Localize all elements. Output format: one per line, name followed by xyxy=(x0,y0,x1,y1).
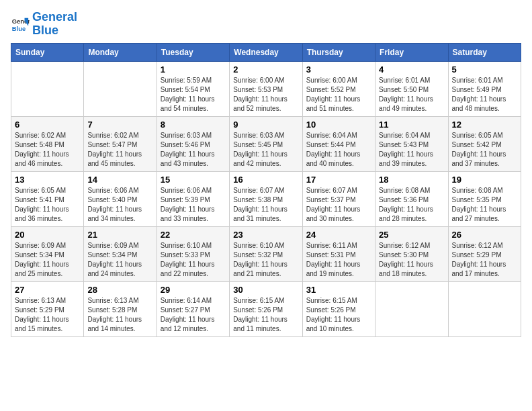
calendar-cell: 19Sunrise: 6:08 AM Sunset: 5:35 PM Dayli… xyxy=(448,171,521,226)
day-info: Sunrise: 6:15 AM Sunset: 5:26 PM Dayligh… xyxy=(233,296,298,334)
day-info: Sunrise: 6:14 AM Sunset: 5:27 PM Dayligh… xyxy=(161,296,226,334)
day-info: Sunrise: 6:03 AM Sunset: 5:46 PM Dayligh… xyxy=(161,131,226,169)
day-number: 6 xyxy=(15,120,80,130)
calendar-cell: 20Sunrise: 6:09 AM Sunset: 5:34 PM Dayli… xyxy=(11,226,84,281)
day-number: 31 xyxy=(306,285,371,295)
day-number: 21 xyxy=(87,230,152,240)
calendar-cell: 28Sunrise: 6:13 AM Sunset: 5:28 PM Dayli… xyxy=(84,281,157,336)
day-number: 11 xyxy=(379,120,444,130)
calendar-cell: 27Sunrise: 6:13 AM Sunset: 5:29 PM Dayli… xyxy=(11,281,84,336)
calendar-cell: 4Sunrise: 6:01 AM Sunset: 5:50 PM Daylig… xyxy=(375,61,448,116)
calendar-cell: 9Sunrise: 6:03 AM Sunset: 5:45 PM Daylig… xyxy=(230,116,302,171)
day-number: 17 xyxy=(306,175,371,185)
day-info: Sunrise: 6:13 AM Sunset: 5:29 PM Dayligh… xyxy=(15,296,80,334)
calendar-cell: 24Sunrise: 6:11 AM Sunset: 5:31 PM Dayli… xyxy=(302,226,375,281)
day-info: Sunrise: 6:09 AM Sunset: 5:34 PM Dayligh… xyxy=(87,241,152,279)
calendar-cell: 22Sunrise: 6:10 AM Sunset: 5:33 PM Dayli… xyxy=(157,226,229,281)
calendar-cell: 18Sunrise: 6:08 AM Sunset: 5:36 PM Dayli… xyxy=(375,171,448,226)
calendar-cell: 10Sunrise: 6:04 AM Sunset: 5:44 PM Dayli… xyxy=(302,116,375,171)
day-number: 25 xyxy=(379,230,444,240)
day-info: Sunrise: 6:10 AM Sunset: 5:33 PM Dayligh… xyxy=(161,241,226,279)
calendar-cell: 13Sunrise: 6:05 AM Sunset: 5:41 PM Dayli… xyxy=(11,171,84,226)
calendar-cell: 14Sunrise: 6:06 AM Sunset: 5:40 PM Dayli… xyxy=(84,171,157,226)
day-number: 10 xyxy=(306,120,371,130)
day-number: 26 xyxy=(452,230,517,240)
day-number: 16 xyxy=(233,175,298,185)
day-number: 15 xyxy=(161,175,226,185)
day-number: 28 xyxy=(87,285,152,295)
day-info: Sunrise: 6:06 AM Sunset: 5:39 PM Dayligh… xyxy=(161,186,226,224)
day-info: Sunrise: 6:04 AM Sunset: 5:43 PM Dayligh… xyxy=(379,131,444,169)
calendar-cell: 16Sunrise: 6:07 AM Sunset: 5:38 PM Dayli… xyxy=(230,171,302,226)
weekday-header: Thursday xyxy=(302,43,375,61)
calendar-week-row: 27Sunrise: 6:13 AM Sunset: 5:29 PM Dayli… xyxy=(11,281,521,336)
weekday-header-row: SundayMondayTuesdayWednesdayThursdayFrid… xyxy=(11,43,521,61)
day-number: 22 xyxy=(161,230,226,240)
day-info: Sunrise: 6:00 AM Sunset: 5:53 PM Dayligh… xyxy=(233,76,298,113)
calendar-cell: 5Sunrise: 6:01 AM Sunset: 5:49 PM Daylig… xyxy=(448,61,521,116)
day-number: 27 xyxy=(15,285,80,295)
calendar-cell: 2Sunrise: 6:00 AM Sunset: 5:53 PM Daylig… xyxy=(230,61,302,116)
day-number: 1 xyxy=(161,64,226,75)
day-info: Sunrise: 6:01 AM Sunset: 5:50 PM Dayligh… xyxy=(379,76,444,113)
calendar-cell: 7Sunrise: 6:02 AM Sunset: 5:47 PM Daylig… xyxy=(84,116,157,171)
day-info: Sunrise: 6:15 AM Sunset: 5:26 PM Dayligh… xyxy=(306,296,371,334)
day-number: 4 xyxy=(379,64,444,75)
calendar-cell: 1Sunrise: 5:59 AM Sunset: 5:54 PM Daylig… xyxy=(157,61,229,116)
calendar-cell: 3Sunrise: 6:00 AM Sunset: 5:52 PM Daylig… xyxy=(302,61,375,116)
day-info: Sunrise: 6:04 AM Sunset: 5:44 PM Dayligh… xyxy=(306,131,371,169)
day-info: Sunrise: 6:02 AM Sunset: 5:47 PM Dayligh… xyxy=(87,131,152,169)
day-number: 19 xyxy=(452,175,517,185)
day-info: Sunrise: 6:08 AM Sunset: 5:36 PM Dayligh… xyxy=(379,186,444,224)
day-info: Sunrise: 6:12 AM Sunset: 5:30 PM Dayligh… xyxy=(379,241,444,279)
day-info: Sunrise: 6:06 AM Sunset: 5:40 PM Dayligh… xyxy=(87,186,152,224)
calendar-cell xyxy=(11,61,84,116)
day-info: Sunrise: 6:08 AM Sunset: 5:35 PM Dayligh… xyxy=(452,186,517,224)
calendar-week-row: 1Sunrise: 5:59 AM Sunset: 5:54 PM Daylig… xyxy=(11,61,521,116)
calendar-week-row: 13Sunrise: 6:05 AM Sunset: 5:41 PM Dayli… xyxy=(11,171,521,226)
calendar-cell: 15Sunrise: 6:06 AM Sunset: 5:39 PM Dayli… xyxy=(157,171,229,226)
calendar-cell: 25Sunrise: 6:12 AM Sunset: 5:30 PM Dayli… xyxy=(375,226,448,281)
calendar-cell: 12Sunrise: 6:05 AM Sunset: 5:42 PM Dayli… xyxy=(448,116,521,171)
day-info: Sunrise: 6:05 AM Sunset: 5:42 PM Dayligh… xyxy=(452,131,517,169)
day-info: Sunrise: 6:00 AM Sunset: 5:52 PM Dayligh… xyxy=(306,76,371,113)
calendar-table: SundayMondayTuesdayWednesdayThursdayFrid… xyxy=(11,43,521,337)
calendar-cell: 31Sunrise: 6:15 AM Sunset: 5:26 PM Dayli… xyxy=(302,281,375,336)
day-number: 23 xyxy=(233,230,298,240)
weekday-header: Friday xyxy=(375,43,448,61)
calendar-cell: 11Sunrise: 6:04 AM Sunset: 5:43 PM Dayli… xyxy=(375,116,448,171)
day-info: Sunrise: 6:12 AM Sunset: 5:29 PM Dayligh… xyxy=(452,241,517,279)
day-number: 18 xyxy=(379,175,444,185)
day-number: 2 xyxy=(233,64,298,75)
calendar-cell: 29Sunrise: 6:14 AM Sunset: 5:27 PM Dayli… xyxy=(157,281,229,336)
calendar-week-row: 6Sunrise: 6:02 AM Sunset: 5:48 PM Daylig… xyxy=(11,116,521,171)
calendar-cell: 23Sunrise: 6:10 AM Sunset: 5:32 PM Dayli… xyxy=(230,226,302,281)
page-header: General Blue GeneralBlue xyxy=(11,11,521,38)
logo-icon: General Blue xyxy=(11,15,30,34)
day-info: Sunrise: 6:09 AM Sunset: 5:34 PM Dayligh… xyxy=(15,241,80,279)
day-info: Sunrise: 6:10 AM Sunset: 5:32 PM Dayligh… xyxy=(233,241,298,279)
day-number: 24 xyxy=(306,230,371,240)
day-number: 13 xyxy=(15,175,80,185)
calendar-cell xyxy=(84,61,157,116)
calendar-cell: 8Sunrise: 6:03 AM Sunset: 5:46 PM Daylig… xyxy=(157,116,229,171)
day-info: Sunrise: 6:07 AM Sunset: 5:38 PM Dayligh… xyxy=(233,186,298,224)
calendar-cell: 30Sunrise: 6:15 AM Sunset: 5:26 PM Dayli… xyxy=(230,281,302,336)
calendar-cell xyxy=(448,281,521,336)
day-number: 9 xyxy=(233,120,298,130)
weekday-header: Saturday xyxy=(448,43,521,61)
calendar-week-row: 20Sunrise: 6:09 AM Sunset: 5:34 PM Dayli… xyxy=(11,226,521,281)
calendar-cell: 6Sunrise: 6:02 AM Sunset: 5:48 PM Daylig… xyxy=(11,116,84,171)
day-info: Sunrise: 6:02 AM Sunset: 5:48 PM Dayligh… xyxy=(15,131,80,169)
svg-text:Blue: Blue xyxy=(12,26,26,32)
day-number: 3 xyxy=(306,64,371,75)
day-number: 14 xyxy=(87,175,152,185)
day-number: 5 xyxy=(452,64,517,75)
weekday-header: Tuesday xyxy=(157,43,229,61)
day-info: Sunrise: 6:05 AM Sunset: 5:41 PM Dayligh… xyxy=(15,186,80,224)
logo-text: GeneralBlue xyxy=(32,11,77,38)
day-number: 8 xyxy=(161,120,226,130)
day-info: Sunrise: 6:01 AM Sunset: 5:49 PM Dayligh… xyxy=(452,76,517,113)
day-number: 7 xyxy=(87,120,152,130)
day-info: Sunrise: 6:07 AM Sunset: 5:37 PM Dayligh… xyxy=(306,186,371,224)
